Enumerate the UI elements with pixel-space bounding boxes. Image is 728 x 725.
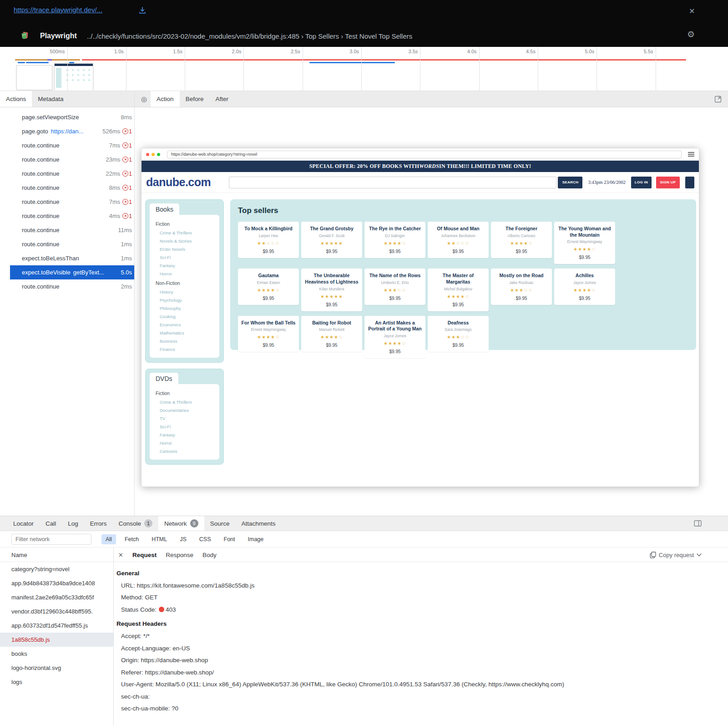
tab-request[interactable]: Request (132, 552, 157, 558)
tab-action[interactable]: Action (151, 91, 180, 107)
category-link[interactable]: Psychology (150, 296, 219, 304)
action-row[interactable]: expect.toBeVisiblegetByText...5.0s (10, 265, 134, 279)
filter-chip-all[interactable]: All (101, 534, 116, 544)
product-card[interactable]: The Grand GrotsbyGerald F. Scott★★★★★$9.… (301, 222, 362, 258)
bottom-tab-console[interactable]: Console1 (113, 516, 159, 531)
network-request-row[interactable]: books (0, 647, 113, 661)
product-card[interactable]: The Name of the RowsUmberto E. Erto★★★☆☆… (364, 269, 425, 305)
category-link[interactable]: Horror (150, 269, 219, 278)
product-card[interactable]: The Unbearable Heaviness of LightnessKil… (301, 269, 362, 311)
filter-chip-js[interactable]: JS (176, 534, 191, 544)
product-card[interactable]: Baiting for RobotManuel Rickett★★★★☆$9.9… (301, 316, 362, 352)
network-request-row[interactable]: manifest.2ae2e69a05c33dfc65f (0, 590, 113, 604)
category-link[interactable]: Cooking (150, 312, 219, 320)
category-link[interactable]: Fantasy (150, 261, 219, 269)
bottom-tab-errors[interactable]: Errors (84, 516, 113, 531)
tab-body[interactable]: Body (202, 552, 217, 558)
category-link[interactable]: History (150, 288, 219, 296)
bottom-tab-source[interactable]: Source (204, 516, 236, 531)
filter-chip-fetch[interactable]: Fetch (121, 534, 143, 544)
signup-button[interactable]: SIGN UP (656, 177, 680, 188)
filter-chip-image[interactable]: Image (244, 534, 268, 544)
category-link[interactable]: Erotic Novels (150, 245, 219, 253)
action-row[interactable]: route.continue8ms✕1 (10, 181, 134, 195)
trace-url-link[interactable]: https://trace.playwright.dev/... (14, 6, 102, 14)
action-row[interactable]: page.setViewportSize8ms (10, 110, 134, 124)
category-link[interactable]: Economics (150, 320, 219, 329)
category-link[interactable]: TV (150, 414, 219, 422)
action-row[interactable]: page.gotohttps://dan...526ms✕1 (10, 124, 134, 138)
network-filter-input[interactable] (11, 534, 91, 545)
network-request-row[interactable]: 1a858c55db.js (0, 633, 113, 647)
timeline-screenshot-page[interactable] (54, 63, 93, 91)
product-card[interactable]: An Artist Makes a Portrait of a Young Ma… (364, 316, 425, 358)
bottom-tab-network[interactable]: Network9 (158, 516, 204, 531)
tab-before[interactable]: Before (180, 91, 210, 107)
action-row[interactable]: route.continue22ms✕1 (10, 167, 134, 181)
product-card[interactable]: DeafnessSara Josemago★★★☆☆$9.95 (428, 316, 489, 352)
network-request-row[interactable]: logo-horizontal.svg (0, 661, 113, 675)
category-link[interactable]: Sci-Fi (150, 253, 219, 261)
action-row[interactable]: route.continue1ms (10, 237, 134, 251)
product-card[interactable]: To Mock a KillingbirdLarper Hee★★☆☆☆$9.9… (238, 222, 299, 258)
target-icon[interactable]: ◎ (135, 91, 151, 107)
timeline-ruler[interactable]: 500ms1.0s1.5s2.0s2.5s3.0s3.5s4.0s4.5s5.0… (0, 47, 728, 91)
bottom-tab-log[interactable]: Log (62, 516, 84, 531)
category-link[interactable]: Mathematics (150, 329, 219, 337)
product-card[interactable]: The Rye in the CatcherDJ Salinger★★★★☆$9… (364, 222, 425, 258)
download-icon[interactable] (139, 7, 146, 14)
tab-actions[interactable]: Actions (0, 91, 32, 107)
bottom-tab-attachments[interactable]: Attachments (235, 516, 281, 531)
product-card[interactable]: The Young Woman and the MountainErnest W… (554, 222, 615, 264)
product-card[interactable]: Of Mouse and ManJohannes Beckstein★★☆☆☆$… (428, 222, 489, 258)
action-row[interactable]: route.continue7ms✕1 (10, 195, 134, 209)
category-link[interactable]: Business (150, 337, 219, 345)
category-link[interactable]: Documentaries (150, 406, 219, 414)
open-external-icon[interactable] (714, 96, 722, 103)
action-row[interactable]: route.continue2ms (10, 279, 134, 294)
detail-close-icon[interactable]: ✕ (118, 552, 123, 558)
action-row[interactable]: route.continue4ms✕1 (10, 209, 134, 223)
tab-metadata[interactable]: Metadata (32, 91, 69, 107)
gear-icon[interactable]: ⚙ (687, 29, 695, 40)
category-link[interactable]: Philosophy (150, 304, 219, 312)
category-link[interactable]: Finance (150, 345, 219, 353)
category-link[interactable]: Cartoons (150, 447, 219, 455)
category-link[interactable]: Crime & Thrillers (150, 398, 219, 406)
login-button[interactable]: LOG IN (631, 177, 652, 188)
action-row[interactable]: expect.toBeLessThan1ms (10, 251, 134, 265)
site-search-input[interactable] (229, 177, 556, 188)
network-request-row[interactable]: logs (0, 675, 113, 689)
timeline-screenshot-blank[interactable] (16, 65, 52, 90)
bottom-tab-locator[interactable]: Locator (7, 516, 40, 531)
category-tab[interactable]: DVDs (150, 373, 178, 384)
search-button[interactable]: SEARCH (558, 177, 582, 188)
category-link[interactable]: Fantasy (150, 431, 219, 439)
browser-menu-icon[interactable] (688, 152, 694, 157)
category-link[interactable]: Horror (150, 439, 219, 447)
product-card[interactable]: Mostly on the RoadJake Rockuac★★★☆☆$9.95 (491, 269, 552, 305)
category-link[interactable]: Novels & Stories (150, 237, 219, 245)
product-card[interactable]: For Whom the Ball TellsErnest Waymingway… (238, 316, 299, 352)
product-card[interactable]: The ForeignerAlberto Camuso★★★★☆$9.95 (491, 222, 552, 258)
tab-after[interactable]: After (209, 91, 234, 107)
network-request-row[interactable]: category?string=novel (0, 562, 113, 576)
site-logo[interactable]: danube.com (146, 176, 211, 189)
action-row[interactable]: route.continue7ms✕1 (10, 138, 134, 152)
network-request-row[interactable]: vendor.d3bf129603c448bff595. (0, 604, 113, 619)
filter-chip-font[interactable]: Font (220, 534, 239, 544)
network-request-row[interactable]: app.603732df1d547fedff55.js (0, 619, 113, 633)
bottom-tab-call[interactable]: Call (40, 516, 62, 531)
filter-chip-css[interactable]: CSS (195, 534, 215, 544)
browser-url-bar[interactable]: https://danube-web.shop/category?string=… (167, 151, 682, 158)
cart-button[interactable] (685, 177, 694, 188)
filter-chip-html[interactable]: HTML (147, 534, 171, 544)
product-card[interactable]: GautamaErman Essen★★★★☆$9.95 (238, 269, 299, 305)
category-link[interactable]: Sci-Fi (150, 422, 219, 431)
category-tab[interactable]: Books (150, 203, 179, 215)
copy-request-button[interactable]: Copy request (650, 548, 702, 562)
network-request-row[interactable]: app.9d4b843873d4ba9dce1408 (0, 576, 113, 590)
action-row[interactable]: route.continue11ms (10, 223, 134, 237)
category-link[interactable]: Crime & Thrillers (150, 228, 219, 237)
close-icon[interactable]: ✕ (689, 7, 695, 15)
